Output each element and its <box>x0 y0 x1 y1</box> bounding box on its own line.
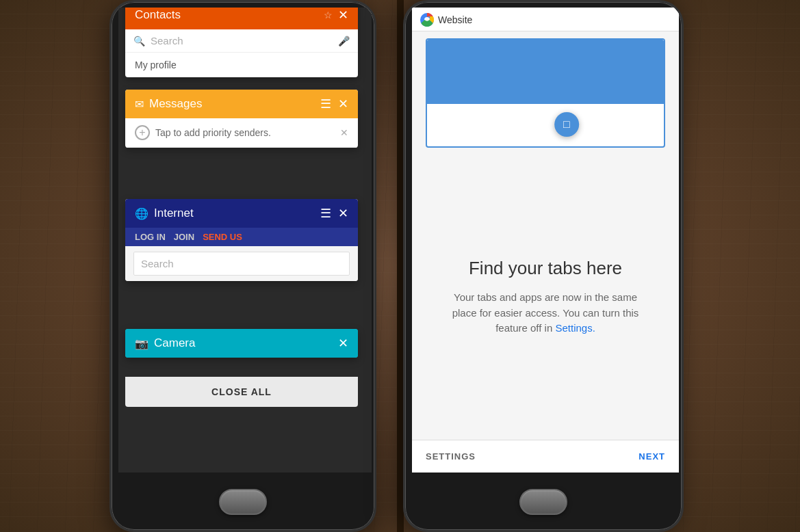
phone-right: Website ◁ ○ □ <box>389 0 800 532</box>
nav-login-label[interactable]: LOG IN <box>135 232 166 242</box>
messages-title: Messages <box>149 97 202 111</box>
internet-header-icons: ☰ ✕ <box>320 206 348 221</box>
chrome-logo-icon <box>420 13 434 27</box>
camera-close-icon[interactable]: ✕ <box>338 336 348 351</box>
internet-menu-icon: ☰ <box>320 206 331 221</box>
settings-button[interactable]: SETTINGS <box>426 451 476 462</box>
internet-search-box[interactable]: Search <box>133 252 350 276</box>
messages-icon: ✉ <box>135 98 144 111</box>
my-profile-label: My profile <box>135 59 177 70</box>
contacts-header-right: ☆ ✕ <box>324 8 348 23</box>
internet-search-area: Search <box>125 246 358 281</box>
messages-menu-icon: ☰ <box>320 96 331 111</box>
messages-body: + Tap to add priority senders. ✕ <box>125 118 358 148</box>
contacts-title: Contacts <box>135 8 181 22</box>
card-messages: ✉ Messages ☰ ✕ + Tap to add priority sen… <box>125 90 358 148</box>
find-tabs-desc-text: Your tabs and apps are now in the same p… <box>452 291 639 334</box>
card-contacts: Contacts ☆ ✕ 🔍 Search 🎤 My p <box>125 8 358 77</box>
camera-icon: 📷 <box>135 337 149 350</box>
messages-header: ✉ Messages ☰ ✕ <box>125 90 358 118</box>
internet-close-icon[interactable]: ✕ <box>338 206 348 221</box>
task-cards: Contacts ☆ ✕ 🔍 Search 🎤 My p <box>118 8 372 473</box>
contacts-header: Contacts ☆ ✕ <box>125 8 358 29</box>
find-tabs-description: Your tabs and apps are now in the same p… <box>450 290 641 336</box>
close-all-bar[interactable]: CLOSE ALL <box>125 377 358 407</box>
internet-search-placeholder: Search <box>141 258 174 269</box>
card-camera: 📷 Camera ✕ <box>125 329 358 358</box>
bottom-action-bar: SETTINGS NEXT <box>412 440 679 473</box>
contacts-profile: My profile <box>125 53 358 77</box>
camera-header: 📷 Camera ✕ <box>125 329 358 358</box>
internet-title-row: 🌐 Internet <box>135 207 194 220</box>
card-internet: 🌐 Internet ☰ ✕ LOG IN JOIN SEND US <box>125 199 358 281</box>
nav-join-label[interactable]: JOIN <box>174 232 194 242</box>
website-preview: ◁ ○ □ <box>426 38 665 148</box>
contacts-close-icon[interactable]: ✕ <box>338 8 348 23</box>
search-icon: 🔍 <box>133 36 145 46</box>
info-area: Find your tabs here Your tabs and apps a… <box>412 155 679 440</box>
internet-header: 🌐 Internet ☰ ✕ <box>125 199 358 228</box>
nav-back-icon: ◁ <box>512 118 520 131</box>
next-button[interactable]: NEXT <box>638 451 665 462</box>
right-screen-content: Website ◁ ○ □ <box>412 8 679 473</box>
home-button-right[interactable] <box>519 489 567 515</box>
camera-title: Camera <box>154 336 195 350</box>
contacts-search-text: Search <box>151 35 333 46</box>
mic-icon: 🎤 <box>338 36 350 46</box>
scene: Contacts ☆ ✕ 🔍 Search 🎤 My p <box>0 0 800 532</box>
phone-right-screen: Website ◁ ○ □ <box>412 8 679 473</box>
add-priority-icon: + <box>135 125 150 140</box>
nav-home-icon: ○ <box>534 118 541 131</box>
messages-header-icons: ☰ ✕ <box>320 96 348 111</box>
messages-sender-close-icon[interactable]: ✕ <box>340 127 348 138</box>
phone-left-body: Contacts ☆ ✕ 🔍 Search 🎤 My p <box>109 0 376 532</box>
nav-recent-button[interactable]: □ <box>554 112 579 137</box>
close-all-label: CLOSE ALL <box>211 386 272 397</box>
messages-title-row: ✉ Messages <box>135 97 202 111</box>
home-button-left[interactable] <box>219 489 267 515</box>
chrome-tab-bar: Website <box>420 13 671 27</box>
messages-tap-text: Tap to add priority senders. <box>155 127 335 138</box>
globe-icon: 🌐 <box>135 207 149 220</box>
star-icon: ☆ <box>324 10 333 21</box>
website-label: Website <box>438 14 472 25</box>
internet-title: Internet <box>154 207 194 220</box>
recent-apps-icon: □ <box>563 118 570 131</box>
nav-send-label[interactable]: SEND US <box>203 232 242 242</box>
settings-link[interactable]: Settings. <box>555 322 595 334</box>
chrome-top-bar: Website <box>412 8 679 31</box>
phone-left: Contacts ☆ ✕ 🔍 Search 🎤 My p <box>41 0 404 532</box>
internet-nav-bar: LOG IN JOIN SEND US <box>125 228 358 246</box>
contacts-search-bar[interactable]: 🔍 Search 🎤 <box>125 29 358 53</box>
nav-bar-preview: ◁ ○ □ <box>501 108 590 141</box>
phone-right-body: Website ◁ ○ □ <box>403 0 684 532</box>
camera-title-row: 📷 Camera <box>135 336 195 350</box>
find-tabs-title: Find your tabs here <box>469 258 622 279</box>
website-preview-inner <box>427 40 664 104</box>
phone-left-screen: Contacts ☆ ✕ 🔍 Search 🎤 My p <box>118 8 372 473</box>
messages-close-icon[interactable]: ✕ <box>338 96 348 111</box>
